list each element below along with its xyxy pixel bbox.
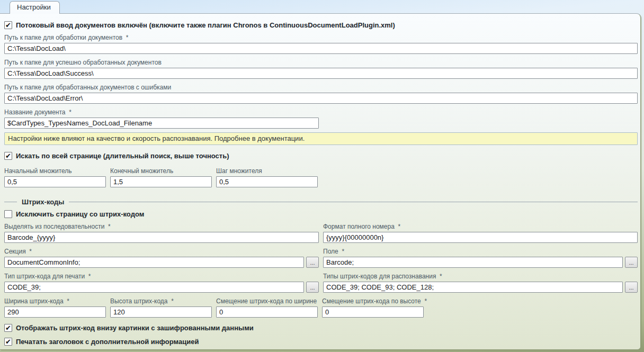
barcodes-group-header: Штрих-коды <box>4 198 638 206</box>
checkbox-check-icon[interactable] <box>4 338 12 346</box>
barcode-width-input[interactable] <box>4 306 106 318</box>
exclude-barcode-page-checkbox[interactable]: Исключить страницу со штрих-кодом <box>4 210 638 218</box>
section-input[interactable] <box>4 257 304 268</box>
start-multiplier-input[interactable] <box>4 176 106 187</box>
group-divider-line <box>4 202 17 202</box>
step-multiplier-field: Шаг множителя <box>216 167 318 187</box>
barcode-offset-height-field: Смещение штрих-кода по высоте * <box>322 297 424 318</box>
number-format-label: Формат полного номера * <box>323 223 638 230</box>
print-type-input[interactable] <box>4 282 304 293</box>
barcode-types-row: Тип штрих-кода для печати * ... Типы штр… <box>4 273 638 293</box>
checkbox-check-icon[interactable] <box>4 210 12 218</box>
streaming-input-checkbox-label: Потоковый ввод документов включён (включ… <box>16 21 395 29</box>
success-path-label: Путь к папке для успешно обработанных до… <box>4 59 638 66</box>
section-field-row: Секция * ... Поле * ... <box>4 248 638 268</box>
barcode-offset-width-field: Смещение штрих-кода по ширине <box>216 297 318 318</box>
doc-name-label: Название документа * <box>4 109 638 116</box>
field-field: Поле * ... <box>323 248 638 268</box>
sequence-format-row: Выделять из последовательности * Формат … <box>4 223 638 243</box>
checkbox-check-icon[interactable] <box>4 21 12 29</box>
barcode-offset-width-label: Смещение штрих-кода по ширине <box>216 297 318 305</box>
streaming-input-checkbox[interactable]: Потоковый ввод документов включён (включ… <box>4 21 638 29</box>
process-path-field: Путь к папке для обработки документов * <box>4 34 638 54</box>
field-browse-button[interactable]: ... <box>625 257 638 268</box>
print-type-field: Тип штрих-кода для печати * ... <box>4 273 319 293</box>
barcode-width-label: Ширина штрих-кода * <box>4 297 106 305</box>
sequence-input[interactable] <box>4 232 319 243</box>
barcodes-group-title: Штрих-коды <box>22 198 64 206</box>
group-divider-line <box>69 202 638 202</box>
doc-name-field: Название документа * <box>4 109 638 129</box>
end-multiplier-label: Конечный множитель <box>110 167 212 175</box>
multiplier-row: Начальный множитель Конечный множитель Ш… <box>4 167 638 187</box>
barcode-offset-width-input[interactable] <box>216 306 318 318</box>
full-page-search-checkbox[interactable]: Искать по всей странице (длительный поис… <box>4 152 638 160</box>
barcode-size-row: Ширина штрих-кода * Высота штрих-кода * … <box>4 297 638 318</box>
recognition-notice: Настройки ниже влияют на качество и скор… <box>4 132 638 145</box>
print-type-label: Тип штрих-кода для печати * <box>4 273 319 280</box>
doc-name-input[interactable] <box>4 118 319 129</box>
full-page-search-checkbox-label: Искать по всей странице (длительный поис… <box>16 152 229 160</box>
tab-settings-label: Настройки <box>17 3 51 11</box>
recognize-types-label: Типы штрих-кодов для распознавания * <box>323 273 638 280</box>
barcode-height-field: Высота штрих-кода * <box>110 297 212 318</box>
recognize-types-browse-button[interactable]: ... <box>625 282 638 293</box>
print-header-checkbox[interactable]: Печатать заголовок с дополнительной инфо… <box>4 338 638 346</box>
error-path-label: Путь к папке для обработанных документов… <box>4 84 638 91</box>
recognize-types-field: Типы штрих-кодов для распознавания * ... <box>323 273 638 293</box>
recognize-types-input[interactable] <box>323 282 623 293</box>
exclude-barcode-page-checkbox-label: Исключить страницу со штрих-кодом <box>16 210 144 218</box>
print-header-checkbox-label: Печатать заголовок с дополнительной инфо… <box>16 338 199 346</box>
settings-window: Настройки Потоковый ввод документов вклю… <box>0 0 644 352</box>
start-multiplier-field: Начальный множитель <box>4 167 106 187</box>
section-label: Секция * <box>4 248 319 255</box>
error-path-input[interactable] <box>4 93 638 104</box>
recognition-notice-text: Настройки ниже влияют на качество и скор… <box>8 134 305 142</box>
checkbox-check-icon[interactable] <box>4 324 12 332</box>
step-multiplier-input[interactable] <box>216 176 318 187</box>
error-path-field: Путь к папке для обработанных документов… <box>4 84 638 104</box>
print-type-browse-button[interactable]: ... <box>306 282 319 293</box>
step-multiplier-label: Шаг множителя <box>216 167 318 175</box>
field-label: Поле * <box>323 248 638 255</box>
end-multiplier-field: Конечный множитель <box>110 167 212 187</box>
barcode-height-input[interactable] <box>110 306 212 318</box>
process-path-label: Путь к папке для обработки документов * <box>4 34 638 41</box>
show-barcode-bottom-checkbox-label: Отображать штрих-код внизу картинки с за… <box>16 324 254 332</box>
barcode-offset-height-label: Смещение штрих-кода по высоте * <box>322 297 424 305</box>
checkbox-check-icon[interactable] <box>4 152 12 160</box>
settings-panel: Потоковый ввод документов включён (включ… <box>0 13 641 350</box>
barcode-offset-height-input[interactable] <box>322 306 424 318</box>
tab-settings[interactable]: Настройки <box>10 1 60 14</box>
number-format-field: Формат полного номера * <box>323 223 638 243</box>
field-input[interactable] <box>323 257 623 268</box>
barcode-height-label: Высота штрих-кода * <box>110 297 212 305</box>
section-browse-button[interactable]: ... <box>306 257 319 268</box>
barcode-width-field: Ширина штрих-кода * <box>4 297 106 318</box>
show-barcode-bottom-checkbox[interactable]: Отображать штрих-код внизу картинки с за… <box>4 324 638 332</box>
success-path-field: Путь к папке для успешно обработанных до… <box>4 59 638 79</box>
end-multiplier-input[interactable] <box>110 176 212 187</box>
section-field: Секция * ... <box>4 248 319 268</box>
success-path-input[interactable] <box>4 68 638 79</box>
start-multiplier-label: Начальный множитель <box>4 167 106 175</box>
number-format-input[interactable] <box>323 232 638 243</box>
sequence-label: Выделять из последовательности * <box>4 223 319 230</box>
sequence-field: Выделять из последовательности * <box>4 223 319 243</box>
process-path-input[interactable] <box>4 43 638 54</box>
